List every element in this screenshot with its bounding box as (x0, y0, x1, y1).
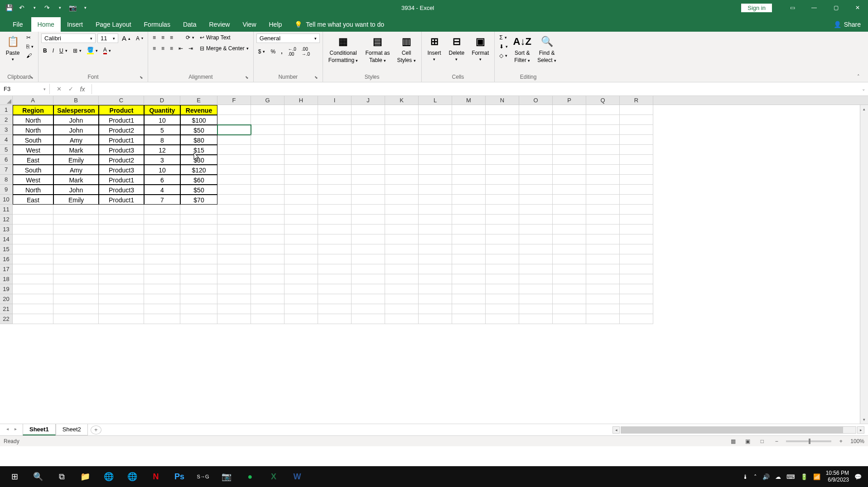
cell-R4[interactable] (620, 135, 653, 145)
cell-E14[interactable] (180, 234, 217, 244)
cell-N4[interactable] (486, 135, 519, 145)
sheet-nav-prev-button[interactable]: ◂ (4, 426, 11, 434)
cell-E18[interactable] (180, 274, 217, 284)
cell-D6[interactable]: 3 (144, 155, 180, 165)
cell-B5[interactable]: Mark (53, 145, 99, 155)
cell-M5[interactable] (452, 145, 486, 155)
cell-N18[interactable] (486, 274, 519, 284)
cell-J16[interactable] (352, 254, 385, 264)
alignment-dialog-launcher[interactable]: ⬊ (244, 75, 250, 81)
cell-F5[interactable] (217, 145, 251, 155)
cell-A9[interactable]: North (13, 185, 53, 195)
cell-P7[interactable] (553, 165, 586, 175)
cell-H20[interactable] (285, 294, 318, 304)
cell-K17[interactable] (385, 264, 419, 274)
cell-A4[interactable]: South (13, 135, 53, 145)
cell-C1[interactable]: Product (99, 105, 144, 115)
cell-Q15[interactable] (586, 244, 620, 254)
tab-page-layout[interactable]: Page Layout (89, 17, 138, 32)
cell-D4[interactable]: 8 (144, 135, 180, 145)
horizontal-scrollbar[interactable] (621, 426, 856, 434)
cell-P21[interactable] (553, 304, 586, 314)
cell-P2[interactable] (553, 115, 586, 125)
cell-B17[interactable] (53, 264, 99, 274)
cell-H8[interactable] (285, 175, 318, 185)
cell-O12[interactable] (519, 215, 553, 224)
row-header-22[interactable]: 22 (0, 314, 13, 324)
row-header-17[interactable]: 17 (0, 264, 13, 274)
cell-H9[interactable] (285, 185, 318, 195)
cell-B9[interactable]: John (53, 185, 99, 195)
cell-M9[interactable] (452, 185, 486, 195)
cell-I7[interactable] (318, 165, 352, 175)
cell-L19[interactable] (419, 284, 452, 294)
cell-A11[interactable] (13, 205, 53, 215)
comma-button[interactable]: , (279, 48, 284, 56)
cell-G8[interactable] (251, 175, 285, 185)
cell-L8[interactable] (419, 175, 452, 185)
cell-R19[interactable] (620, 284, 653, 294)
cell-E17[interactable] (180, 264, 217, 274)
cell-E9[interactable]: $50 (180, 185, 217, 195)
cell-L18[interactable] (419, 274, 452, 284)
cell-F17[interactable] (217, 264, 251, 274)
cell-E21[interactable] (180, 304, 217, 314)
cell-C5[interactable]: Product3 (99, 145, 144, 155)
cell-E2[interactable]: $100 (180, 115, 217, 125)
cell-K1[interactable] (385, 105, 419, 115)
cell-I6[interactable] (318, 155, 352, 165)
cell-Q20[interactable] (586, 294, 620, 304)
tab-formulas[interactable]: Formulas (138, 17, 177, 32)
align-middle-button[interactable]: ≡ (159, 33, 166, 42)
row-header-10[interactable]: 10 (0, 195, 13, 205)
cell-N20[interactable] (486, 294, 519, 304)
cell-L13[interactable] (419, 224, 452, 234)
undo-button[interactable]: ↶ (16, 2, 27, 13)
cell-C22[interactable] (99, 314, 144, 324)
cell-E8[interactable]: $60 (180, 175, 217, 185)
cell-K16[interactable] (385, 254, 419, 264)
cell-P17[interactable] (553, 264, 586, 274)
row-header-12[interactable]: 12 (0, 215, 13, 224)
borders-button[interactable]: ⊞ ▾ (71, 47, 83, 55)
format-painter-button[interactable]: 🖌 (24, 52, 35, 60)
cell-J9[interactable] (352, 185, 385, 195)
word-taskbar-button[interactable]: W (285, 466, 309, 487)
cell-M3[interactable] (452, 125, 486, 135)
cell-D1[interactable]: Quantity (144, 105, 180, 115)
volume-tray-icon[interactable]: 🔊 (762, 473, 770, 480)
cell-M21[interactable] (452, 304, 486, 314)
cell-E6[interactable]: $30 (180, 155, 217, 165)
cell-F14[interactable] (217, 234, 251, 244)
cell-R3[interactable] (620, 125, 653, 135)
cell-N12[interactable] (486, 215, 519, 224)
cell-H13[interactable] (285, 224, 318, 234)
cell-D2[interactable]: 10 (144, 115, 180, 125)
column-header-L[interactable]: L (419, 96, 452, 105)
cell-H16[interactable] (285, 254, 318, 264)
cell-Q21[interactable] (586, 304, 620, 314)
cell-L1[interactable] (419, 105, 452, 115)
column-header-P[interactable]: P (553, 96, 586, 105)
cell-F11[interactable] (217, 205, 251, 215)
cell-C3[interactable]: Product2 (99, 125, 144, 135)
cancel-formula-button[interactable]: ✕ (53, 84, 64, 94)
cell-O21[interactable] (519, 304, 553, 314)
column-header-J[interactable]: J (352, 96, 385, 105)
cell-G14[interactable] (251, 234, 285, 244)
cell-N14[interactable] (486, 234, 519, 244)
cell-Q10[interactable] (586, 195, 620, 205)
wrap-text-button[interactable]: ↩ Wrap Text (198, 33, 251, 42)
autosave-icon[interactable]: 💾 (4, 2, 14, 13)
cell-K7[interactable] (385, 165, 419, 175)
cell-R6[interactable] (620, 155, 653, 165)
cell-Q4[interactable] (586, 135, 620, 145)
cell-G3[interactable] (251, 125, 285, 135)
cell-I2[interactable] (318, 115, 352, 125)
cell-D12[interactable] (144, 215, 180, 224)
cell-D3[interactable]: 5 (144, 125, 180, 135)
cell-D9[interactable]: 4 (144, 185, 180, 195)
cell-J5[interactable] (352, 145, 385, 155)
cell-L3[interactable] (419, 125, 452, 135)
cell-H7[interactable] (285, 165, 318, 175)
